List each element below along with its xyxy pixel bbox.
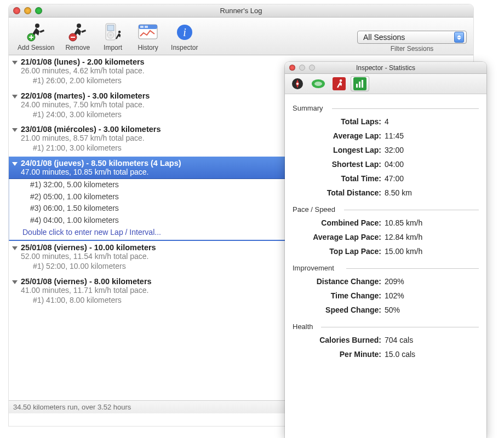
- stats-tab-icon[interactable]: [351, 76, 369, 91]
- stat-label: Longest Lap:: [293, 146, 385, 154]
- zoom-icon[interactable]: [35, 7, 42, 14]
- runner-tab-icon[interactable]: [330, 76, 348, 91]
- session-subtitle: 26.00 minutes, 4.62 km/h total pace.: [21, 66, 145, 75]
- inspector-panel: Inspector - Statistics Summary Total Lap…: [285, 62, 486, 438]
- stat-value: 11:45: [385, 131, 404, 140]
- session-title: 22/01/08 (martes) - 3.00 kilometers: [21, 91, 150, 100]
- toolbar: Add Session Remove Import: [9, 18, 473, 55]
- disclosure-triangle-icon[interactable]: [12, 95, 18, 99]
- session-title: 23/01/08 (miércoles) - 3.00 kilometers: [21, 125, 161, 134]
- stat-value: 15.00 km/h: [385, 247, 422, 256]
- stat-row: Total Time:47:00: [293, 171, 479, 186]
- window-title: Runner's Log: [9, 7, 473, 15]
- select-arrows-icon: [454, 32, 464, 43]
- stat-row: Combined Pace:10.85 km/h: [293, 216, 479, 230]
- disclosure-triangle-icon[interactable]: [12, 246, 18, 250]
- minimize-icon[interactable]: [24, 7, 31, 14]
- stat-label: Total Laps:: [293, 117, 385, 126]
- stat-row: Time Change:102%: [293, 289, 479, 303]
- toolbar-label: Import: [104, 44, 122, 51]
- stat-value: 50%: [385, 306, 400, 314]
- filter-sessions: All Sessions Filter Sessions: [357, 31, 467, 53]
- filter-label: Filter Sessions: [391, 45, 434, 53]
- sensor-tab-icon[interactable]: [309, 76, 328, 91]
- ipod-icon: [101, 22, 125, 43]
- session-subtitle: 47.00 minutes, 10.85 km/h total pace.: [21, 168, 181, 176]
- add-session-button[interactable]: Add Session: [13, 21, 59, 53]
- session-subtitle: 52.00 minutes, 11.54 km/h total pace.: [21, 252, 156, 261]
- stat-label: Total Distance:: [293, 188, 385, 197]
- stat-label: Total Time:: [293, 174, 385, 183]
- toolbar-label: Inspector: [171, 44, 198, 51]
- runner-add-icon: [24, 22, 48, 43]
- svg-rect-12: [145, 26, 148, 28]
- stat-value: 47:00: [385, 174, 404, 183]
- inspector-button[interactable]: i Inspector: [167, 21, 202, 53]
- remove-button[interactable]: Remove: [61, 21, 94, 53]
- stat-value: 102%: [385, 291, 404, 300]
- session-subtitle: 21.00 minutes, 8.57 km/h total pace.: [21, 134, 161, 142]
- toolbar-label: Add Session: [18, 44, 54, 51]
- stat-label: Time Change:: [293, 291, 385, 300]
- svg-rect-5: [107, 25, 114, 31]
- stat-label: Combined Pace:: [293, 218, 385, 227]
- stat-value: 209%: [385, 277, 404, 286]
- stat-value: 4: [385, 117, 389, 126]
- svg-point-7: [110, 34, 112, 36]
- traffic-lights: [13, 7, 42, 14]
- stat-value: 704 cals: [385, 336, 413, 344]
- stat-row: Top Lap Pace:15.00 km/h: [293, 244, 479, 258]
- disclosure-triangle-icon[interactable]: [12, 61, 18, 65]
- stat-row: Per Minute:15.0 cals: [293, 347, 479, 361]
- toolbar-label: History: [138, 44, 158, 51]
- stat-label: Calories Burned:: [293, 336, 385, 344]
- traffic-lights: [289, 65, 315, 71]
- status-text: 34.50 kilometers run, over 3.52 hours: [13, 403, 131, 411]
- session-title: 24/01/08 (jueves) - 8.50 kilometers (4 L…: [21, 159, 181, 168]
- session-subtitle: 41.00 minutes, 11.71 km/h total pace.: [21, 286, 152, 295]
- stat-row: Average Lap Pace:12.84 km/h: [293, 230, 479, 244]
- stat-row: Shortest Lap:04:00: [293, 157, 479, 171]
- disclosure-triangle-icon[interactable]: [12, 128, 18, 132]
- runner-remove-icon: [66, 22, 90, 43]
- svg-point-18: [296, 83, 299, 85]
- group-health: Health: [293, 322, 479, 331]
- stat-label: Average Lap Pace:: [293, 233, 385, 241]
- stat-label: Distance Change:: [293, 277, 385, 286]
- disclosure-triangle-icon[interactable]: [12, 162, 18, 166]
- stat-row: Calories Burned:704 cals: [293, 333, 479, 347]
- stat-value: 12.84 km/h: [385, 233, 422, 241]
- import-button[interactable]: Import: [96, 21, 129, 53]
- inspector-body: Summary Total Laps:4 Average Lap:11:45 L…: [285, 94, 486, 365]
- svg-rect-11: [140, 26, 144, 28]
- filter-selected-value: All Sessions: [363, 33, 405, 42]
- svg-rect-25: [359, 82, 360, 88]
- compass-tab-icon[interactable]: [288, 76, 307, 91]
- toolbar-label: Remove: [65, 44, 90, 51]
- disclosure-triangle-icon[interactable]: [12, 280, 18, 284]
- group-summary: Summary: [293, 104, 479, 112]
- stat-label: Average Lap:: [293, 131, 385, 140]
- stat-row: Average Lap:11:45: [293, 129, 479, 143]
- info-icon: i: [173, 22, 197, 43]
- stat-label: Per Minute:: [293, 350, 385, 359]
- filter-select[interactable]: All Sessions: [357, 31, 467, 44]
- svg-point-8: [118, 31, 121, 33]
- stat-label: Speed Change:: [293, 306, 385, 314]
- history-icon: [136, 22, 160, 43]
- main-titlebar[interactable]: Runner's Log: [9, 4, 473, 18]
- session-title: 21/01/08 (lunes) - 2.00 kilometers: [21, 57, 145, 66]
- stat-row: Total Distance:8.50 km: [293, 186, 479, 200]
- close-icon[interactable]: [13, 7, 20, 14]
- stat-value: 8.50 km: [385, 188, 412, 197]
- inspector-titlebar[interactable]: Inspector - Statistics: [285, 62, 486, 74]
- stat-value: 32:00: [385, 146, 404, 154]
- svg-rect-26: [362, 80, 363, 88]
- minimize-icon: [299, 65, 305, 71]
- inspector-tabs: [285, 74, 486, 94]
- session-title: 25/01/08 (viernes) - 8.00 kilometers: [21, 277, 152, 286]
- svg-point-2: [77, 24, 81, 28]
- close-icon[interactable]: [289, 65, 295, 71]
- history-button[interactable]: History: [131, 21, 164, 53]
- stat-label: Shortest Lap:: [293, 160, 385, 169]
